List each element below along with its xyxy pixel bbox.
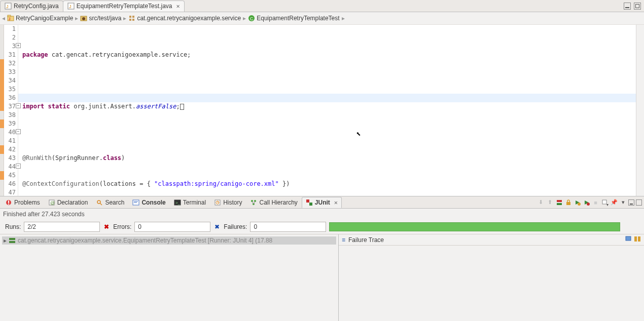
search-icon — [96, 199, 103, 206]
svg-rect-38 — [557, 200, 562, 202]
history-dropdown-icon[interactable] — [601, 198, 609, 206]
chevron-right-icon: ▸ — [123, 15, 126, 22]
editor-tab-active[interactable]: J EquipamentRetryTemplateTest.java ✕ — [63, 1, 185, 12]
junit-toolbar: ⬇ ⬆ ■ 📌 ▾ — [537, 198, 644, 206]
svg-text:J: J — [9, 17, 11, 21]
rerun-icon[interactable] — [574, 198, 581, 206]
view-tab-label: Search — [105, 199, 124, 206]
svg-rect-39 — [557, 203, 562, 205]
breadcrumb-project[interactable]: J RetryCanigoExample — [7, 15, 73, 22]
chevron-left-icon[interactable]: ◂ — [2, 15, 5, 22]
breadcrumb-package[interactable]: cat.gencat.retrycanigoexample.service — [128, 15, 241, 22]
breadcrumb-folder[interactable]: src/test/java — [80, 15, 121, 22]
editor-pane: J RetryConfig.java J EquipamentRetryTemp… — [0, 0, 644, 196]
view-tab-label: Declaration — [57, 199, 88, 206]
expand-icon[interactable]: ▸ — [4, 237, 7, 244]
runs-value: 2/2 — [24, 222, 100, 232]
tab-declaration[interactable]: @ Declaration — [44, 197, 92, 208]
test-tree-item[interactable]: ▸ cat.gencat.retrycanigoexample.service.… — [2, 236, 336, 245]
close-icon[interactable]: ✕ — [334, 199, 338, 206]
minimize-icon[interactable] — [628, 199, 634, 206]
view-tab-label: Call Hierarchy — [259, 199, 297, 206]
svg-text:J: J — [69, 4, 71, 9]
tab-junit[interactable]: JUnit ✕ — [302, 197, 342, 208]
svg-rect-51 — [638, 236, 640, 242]
svg-line-21 — [100, 203, 102, 205]
error-icon: ✖ — [103, 223, 110, 230]
junit-stats: Runs: 2/2 ✖ Errors: 0 ✖ Failures: 0 — [0, 220, 644, 234]
editor-tab-inactive[interactable]: J RetryConfig.java — [0, 1, 63, 12]
breadcrumb-label: EquipamentRetryTemplateTest — [257, 15, 339, 22]
line-numbers: 1 2 3+ 31 32 33 34 35 36 37− 38 39 40− 4… — [4, 25, 18, 196]
close-icon[interactable]: ✕ — [176, 3, 180, 10]
svg-point-42 — [578, 203, 581, 206]
view-tab-label: History — [223, 199, 242, 206]
stack-icon: ≡ — [342, 236, 345, 244]
test-tree[interactable]: ▸ cat.gencat.retrycanigoexample.service.… — [0, 234, 339, 321]
prev-failure-icon[interactable]: ⬆ — [546, 198, 554, 206]
code-editor[interactable]: 1 2 3+ 31 32 33 34 35 36 37− 38 39 40− 4… — [0, 25, 644, 196]
current-line-highlight — [18, 94, 636, 102]
breadcrumb-class[interactable]: C EquipamentRetryTemplateTest — [248, 15, 339, 22]
source-folder-icon — [80, 15, 87, 22]
test-pass-icon — [9, 237, 16, 244]
errors-label: Errors: — [113, 223, 131, 230]
tab-history[interactable]: History — [210, 197, 246, 208]
compare-icon[interactable] — [634, 235, 641, 244]
java-file-icon: J — [5, 3, 12, 10]
pin-icon[interactable]: 📌 — [610, 198, 618, 206]
problems-icon — [5, 199, 12, 206]
failure-trace-header: ≡ Failure Trace — [339, 234, 644, 246]
svg-rect-11 — [129, 19, 131, 21]
minimize-icon[interactable] — [624, 3, 631, 10]
failures-label: Failures: — [224, 223, 247, 230]
chevron-right-icon: ▸ — [342, 15, 345, 22]
svg-rect-45 — [602, 200, 606, 204]
progress-bar — [329, 222, 620, 231]
svg-marker-46 — [606, 204, 609, 206]
stop-icon[interactable]: ■ — [592, 198, 599, 206]
svg-point-8 — [82, 17, 85, 20]
svg-rect-17 — [8, 204, 9, 205]
package-icon — [128, 15, 135, 22]
svg-rect-50 — [634, 236, 637, 242]
failures-value: 0 — [250, 222, 326, 232]
view-tabs: Problems @ Declaration Search Console >_… — [0, 196, 644, 209]
svg-text:>_: >_ — [175, 200, 181, 205]
vertical-scrollbar[interactable] — [636, 25, 644, 196]
view-tab-label: Problems — [14, 199, 40, 206]
svg-rect-9 — [129, 16, 131, 18]
next-failure-icon[interactable]: ⬇ — [537, 198, 545, 206]
tab-console[interactable]: Console — [128, 197, 169, 208]
folded-indicator[interactable] — [180, 104, 184, 110]
show-failures-icon[interactable] — [555, 198, 563, 206]
svg-rect-5 — [8, 15, 11, 17]
editor-tab-label: RetryConfig.java — [14, 3, 59, 10]
terminal-icon: >_ — [174, 199, 181, 206]
tab-problems[interactable]: Problems — [1, 197, 44, 208]
filter-icon[interactable] — [625, 235, 632, 244]
maximize-icon[interactable] — [634, 3, 641, 10]
rerun-failed-icon[interactable] — [583, 198, 590, 206]
declaration-icon: @ — [48, 199, 55, 206]
breadcrumb-label: RetryCanigoExample — [16, 15, 73, 22]
errors-value: 0 — [134, 222, 210, 232]
view-tab-label: Console — [141, 199, 165, 206]
tab-terminal[interactable]: >_ Terminal — [170, 197, 210, 208]
history-icon — [214, 199, 221, 206]
call-hierarchy-icon — [250, 199, 257, 206]
tab-search[interactable]: Search — [92, 197, 128, 208]
tab-call-hierarchy[interactable]: Call Hierarchy — [246, 197, 301, 208]
editor-tab-label: EquipamentRetryTemplateTest.java — [77, 3, 172, 10]
view-menu-icon[interactable]: ▾ — [619, 198, 627, 206]
svg-rect-48 — [9, 241, 15, 243]
code-content[interactable]: package cat.gencat.retrycanigoexample.se… — [18, 25, 636, 196]
svg-text:C: C — [250, 16, 254, 21]
view-tab-label: JUnit — [315, 199, 330, 206]
scroll-lock-icon[interactable] — [564, 198, 572, 206]
svg-rect-16 — [8, 200, 9, 203]
project-icon: J — [7, 15, 14, 22]
chevron-right-icon: ▸ — [75, 15, 78, 22]
maximize-icon[interactable] — [636, 199, 642, 206]
failure-trace-label: Failure Trace — [348, 236, 384, 244]
